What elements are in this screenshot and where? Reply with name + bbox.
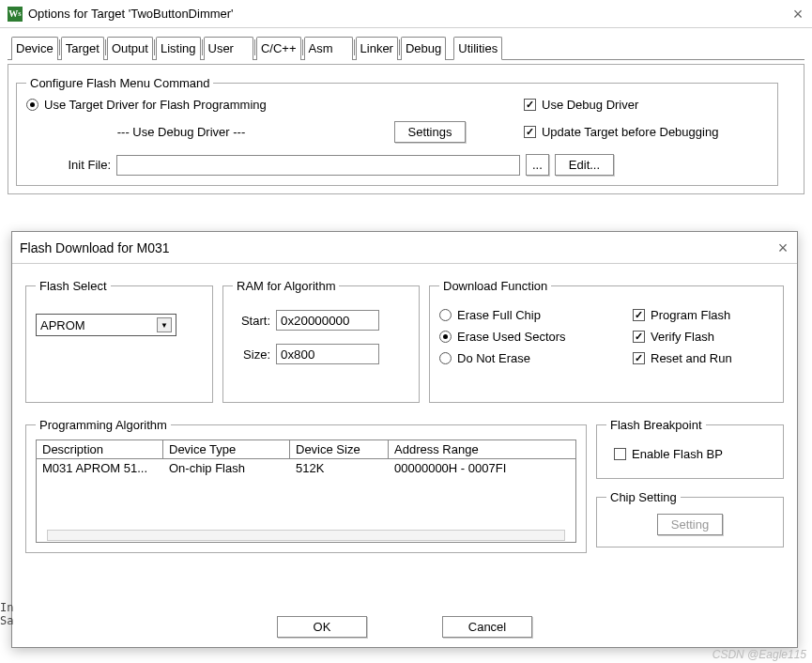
download-function-fieldset: Download Function Erase Full Chip Progra… (429, 279, 784, 403)
table-row[interactable]: M031 APROM 51... On-chip Flash 512K 0000… (37, 459, 575, 477)
do-not-erase-radio[interactable] (439, 352, 452, 364)
cell-type: On-chip Flash (163, 459, 290, 477)
browse-button[interactable]: ... (526, 154, 549, 176)
tab-linker[interactable]: Linker (356, 37, 398, 60)
chevron-down-icon: ▼ (157, 317, 172, 332)
verify-flash-label: Verify Flash (651, 330, 714, 344)
ram-fieldset: RAM for Algorithm Start: Size: (222, 279, 420, 403)
init-file-label: Init File: (26, 158, 111, 172)
dlfunc-legend: Download Function (439, 279, 551, 293)
debug-driver-line: --- Use Debug Driver --- (26, 125, 336, 139)
tab-cpp[interactable]: C/C++ (256, 37, 301, 60)
algorithm-table[interactable]: Description Device Type Device Size Addr… (36, 439, 576, 543)
col-address-range: Address Range (389, 440, 575, 458)
parent-title: Options for Target 'TwoButtonDimmer' (28, 7, 791, 21)
erase-full-chip-radio[interactable] (439, 309, 452, 321)
background-stub: InSa (0, 601, 13, 627)
tab-listing[interactable]: Listing (156, 37, 201, 60)
tab-device[interactable]: Device (11, 37, 58, 60)
configure-flash-legend: Configure Flash Menu Command (26, 76, 213, 90)
utilities-panel: Configure Flash Menu Command Use Target … (8, 64, 804, 194)
flash-select-dropdown[interactable]: APROM ▼ (36, 314, 176, 336)
ok-button[interactable]: OK (277, 616, 367, 638)
verify-flash-checkbox[interactable] (633, 331, 645, 343)
watermark: CSDN @Eagle115 (712, 648, 806, 661)
cancel-button[interactable]: Cancel (442, 616, 532, 638)
use-debug-driver-label: Use Debug Driver (542, 98, 638, 112)
parent-titlebar: WS Options for Target 'TwoButtonDimmer' … (0, 0, 812, 28)
tab-debug[interactable]: Debug (401, 37, 446, 60)
update-target-checkbox[interactable] (524, 126, 536, 138)
reset-and-run-checkbox[interactable] (633, 352, 645, 364)
ram-legend: RAM for Algorithm (233, 279, 339, 293)
flash-breakpoint-fieldset: Flash Breakpoint Enable Flash BP (596, 418, 784, 479)
use-target-driver-label: Use Target Driver for Flash Programming (44, 98, 267, 112)
program-flash-checkbox[interactable] (633, 309, 645, 321)
col-description: Description (37, 440, 163, 458)
settings-button[interactable]: Settings (394, 121, 467, 143)
tab-utilities[interactable]: Utilities (453, 37, 502, 60)
cell-range: 00000000H - 0007FI (389, 459, 575, 477)
chip-setting-fieldset: Chip Setting Setting (596, 490, 784, 547)
col-device-type: Device Type (163, 440, 290, 458)
fbp-legend: Flash Breakpoint (606, 418, 706, 432)
programming-algorithm-fieldset: Programming Algorithm Description Device… (25, 418, 587, 553)
app-icon: WS (8, 7, 23, 22)
dialog-close-icon[interactable]: × (776, 241, 789, 254)
col-device-size: Device Size (290, 440, 389, 458)
update-target-label: Update Target before Debugging (542, 125, 718, 139)
flash-select-legend: Flash Select (36, 279, 111, 293)
tab-bar: Device Target Output Listing User C/C++ … (8, 36, 804, 60)
flash-select-fieldset: Flash Select APROM ▼ (25, 279, 213, 403)
cell-size: 512K (290, 459, 389, 477)
use-target-driver-radio[interactable] (26, 99, 38, 111)
init-file-input[interactable] (116, 155, 520, 176)
do-not-erase-label: Do Not Erase (457, 351, 530, 365)
chip-setting-legend: Chip Setting (606, 490, 681, 504)
cell-desc: M031 APROM 51... (37, 459, 163, 477)
dialog-title: Flash Download for M031 (20, 240, 776, 255)
ram-size-label: Size: (233, 347, 270, 362)
flash-select-value: APROM (40, 318, 85, 332)
erase-used-sectors-label: Erase Used Sectors (457, 330, 566, 344)
tab-output[interactable]: Output (107, 37, 153, 60)
erase-used-sectors-radio[interactable] (439, 331, 452, 343)
ram-start-input[interactable] (276, 310, 379, 331)
reset-and-run-label: Reset and Run (651, 351, 732, 365)
flash-download-dialog: Flash Download for M031 × Flash Select A… (11, 231, 798, 648)
configure-flash-fieldset: Configure Flash Menu Command Use Target … (16, 76, 778, 186)
prog-legend: Programming Algorithm (36, 418, 171, 432)
parent-close-icon[interactable]: × (791, 8, 804, 21)
ram-start-label: Start: (233, 314, 270, 328)
enable-flash-bp-checkbox[interactable] (614, 448, 626, 460)
tab-user[interactable]: User (204, 37, 253, 60)
ram-size-input[interactable] (276, 344, 379, 364)
use-debug-driver-checkbox[interactable] (524, 99, 536, 111)
enable-flash-bp-label: Enable Flash BP (632, 447, 723, 461)
chip-setting-button: Setting (657, 514, 723, 535)
edit-button[interactable]: Edit... (555, 154, 614, 176)
erase-full-chip-label: Erase Full Chip (457, 308, 541, 322)
program-flash-label: Program Flash (651, 308, 730, 322)
tab-asm[interactable]: Asm (304, 37, 353, 60)
tab-target[interactable]: Target (61, 37, 104, 60)
table-scrollbar[interactable] (47, 530, 565, 541)
